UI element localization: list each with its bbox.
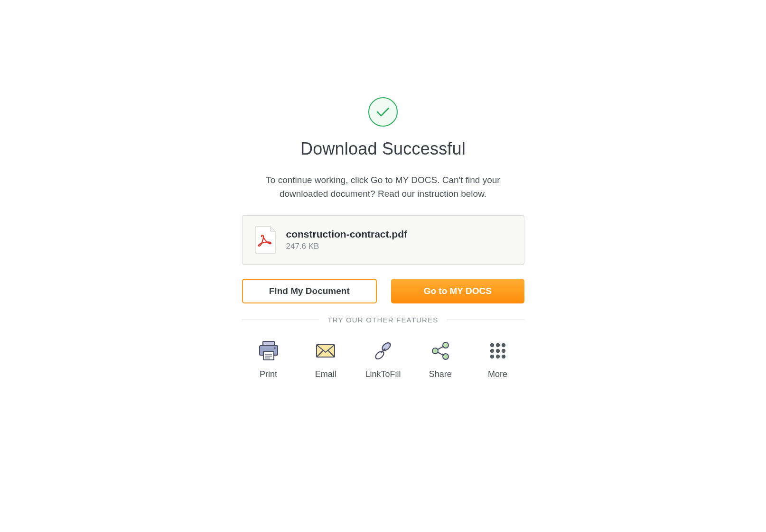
- file-name: construction-contract.pdf: [286, 229, 408, 240]
- feature-label: Email: [315, 369, 336, 379]
- svg-point-8: [381, 341, 392, 352]
- email-icon: [315, 340, 336, 362]
- action-buttons: Find My Document Go to MY DOCS: [242, 279, 524, 303]
- feature-share[interactable]: Share: [421, 340, 459, 379]
- feature-label: LinkToFill: [365, 369, 401, 379]
- feature-label: Share: [429, 369, 452, 379]
- svg-point-19: [490, 349, 494, 353]
- feature-label: More: [488, 369, 507, 379]
- svg-rect-2: [263, 351, 274, 360]
- link-icon: [372, 340, 394, 362]
- download-success-dialog: Download Successful To continue working,…: [242, 97, 524, 379]
- feature-linktofill[interactable]: LinkToFill: [364, 340, 402, 379]
- file-info: construction-contract.pdf 247.6 KB: [286, 229, 408, 251]
- feature-email[interactable]: Email: [307, 340, 345, 379]
- dialog-subtitle: To continue working, click Go to MY DOCS…: [243, 173, 523, 201]
- svg-point-13: [443, 342, 448, 348]
- feature-print[interactable]: Print: [250, 340, 288, 379]
- feature-label: Print: [260, 369, 277, 379]
- success-check-icon: [368, 97, 398, 127]
- svg-point-17: [495, 343, 499, 347]
- pdf-file-icon: [255, 226, 276, 254]
- divider-line-left: [242, 320, 319, 320]
- svg-point-9: [374, 350, 385, 360]
- file-size: 247.6 KB: [286, 242, 408, 251]
- svg-point-18: [501, 343, 505, 347]
- dialog-title: Download Successful: [300, 139, 466, 159]
- divider-line-right: [447, 320, 524, 320]
- svg-point-23: [495, 355, 499, 358]
- svg-point-24: [501, 355, 505, 358]
- more-grid-icon: [487, 340, 509, 362]
- features-divider: TRY OUR OTHER FEATURES: [242, 316, 524, 324]
- printer-icon: [258, 340, 280, 362]
- svg-point-15: [443, 354, 448, 359]
- other-features-row: Print Email LinkToFill: [242, 340, 524, 379]
- feature-more[interactable]: More: [479, 340, 517, 379]
- svg-point-22: [490, 355, 494, 358]
- go-to-my-docs-button[interactable]: Go to MY DOCS: [391, 279, 524, 303]
- divider-text: TRY OUR OTHER FEATURES: [327, 316, 438, 324]
- svg-point-16: [490, 343, 494, 347]
- share-icon: [430, 340, 451, 362]
- svg-point-14: [432, 348, 438, 354]
- svg-point-20: [495, 349, 499, 353]
- svg-point-21: [501, 349, 505, 353]
- find-my-document-button[interactable]: Find My Document: [242, 279, 377, 303]
- svg-point-6: [274, 347, 276, 349]
- downloaded-file-card: construction-contract.pdf 247.6 KB: [242, 215, 524, 265]
